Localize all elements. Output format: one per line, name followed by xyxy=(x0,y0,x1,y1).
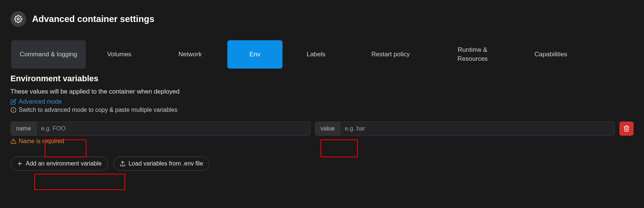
hint-text: Switch to advanced mode to copy & paste … xyxy=(19,107,177,113)
load-env-button[interactable]: Load variables from .env file xyxy=(113,157,209,171)
page-title: Advanced container settings xyxy=(32,14,154,24)
tab-command-logging[interactable]: Command & logging xyxy=(11,40,86,69)
load-env-label: Load variables from .env file xyxy=(129,160,203,167)
actions-row: Add an environment variable Load variabl… xyxy=(10,157,634,171)
validation-warning: Name is required xyxy=(10,138,634,145)
edit-icon xyxy=(10,99,16,105)
env-name-group: name xyxy=(10,122,310,136)
add-env-label: Add an environment variable xyxy=(26,160,102,167)
advanced-mode-label: Advanced mode xyxy=(19,98,62,105)
env-var-row: name value xyxy=(10,122,634,136)
section-title: Environment variables xyxy=(10,74,634,83)
delete-env-button[interactable] xyxy=(619,122,634,136)
warning-text: Name is required xyxy=(19,138,64,145)
page-header: Advanced container settings xyxy=(10,11,634,27)
tab-restart-policy[interactable]: Restart policy xyxy=(350,40,432,69)
annotation-highlight xyxy=(34,174,125,190)
warning-icon xyxy=(10,138,16,144)
env-value-label: value xyxy=(315,122,340,135)
env-name-label: name xyxy=(11,122,37,135)
info-icon xyxy=(10,107,16,113)
env-value-group: value xyxy=(315,122,615,136)
upload-icon xyxy=(120,161,126,167)
plus-icon xyxy=(17,161,23,167)
trash-icon xyxy=(623,125,630,132)
tab-env[interactable]: Env xyxy=(227,40,282,69)
env-name-input[interactable] xyxy=(37,122,310,135)
tab-volumes[interactable]: Volumes xyxy=(86,40,153,69)
tab-runtime-resources[interactable]: Runtime & Resources xyxy=(432,40,514,69)
tab-capabilities[interactable]: Capabilities xyxy=(514,40,588,69)
tab-labels[interactable]: Labels xyxy=(282,40,350,69)
gear-icon xyxy=(10,11,26,27)
hint-row: Switch to advanced mode to copy & paste … xyxy=(10,107,634,113)
env-value-input[interactable] xyxy=(340,122,615,135)
section-desc: These values will be applied to the cont… xyxy=(10,88,634,95)
add-env-button[interactable]: Add an environment variable xyxy=(10,157,108,171)
tab-network[interactable]: Network xyxy=(153,40,227,69)
advanced-mode-link[interactable]: Advanced mode xyxy=(10,98,634,105)
svg-point-0 xyxy=(17,18,19,20)
tabs: Command & logging Volumes Network Env La… xyxy=(10,40,634,69)
